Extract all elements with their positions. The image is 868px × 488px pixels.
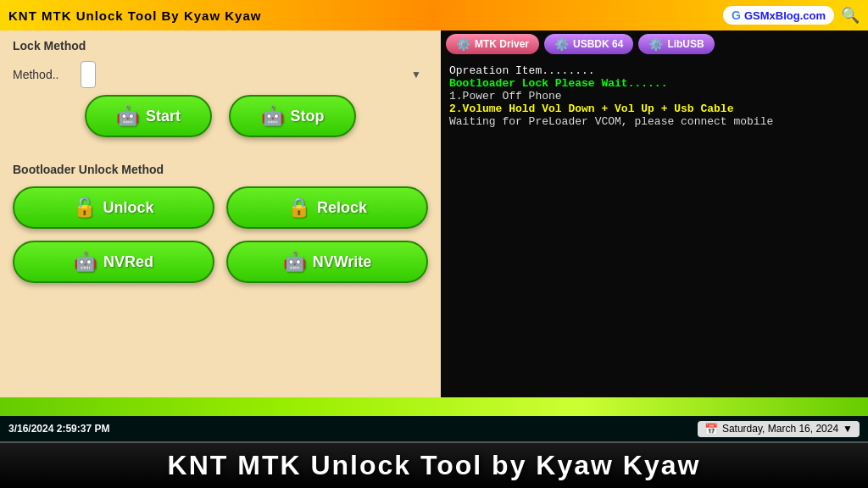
big-title-bar: KNT MTK Unlock Tool by Kyaw Kyaw bbox=[0, 441, 868, 488]
console-line-5: Waiting for PreLoader VCOM, please conne… bbox=[449, 115, 860, 128]
start-icon: 🤖 bbox=[116, 105, 139, 127]
tab-usbdk64[interactable]: ⚙️ USBDK 64 bbox=[544, 34, 633, 54]
status-bar bbox=[0, 397, 868, 416]
bootloader-grid: 🔓 Unlock 🔒 Relock 🤖 NVRed 🤖 NVWrite bbox=[13, 186, 428, 283]
site-name: GSMxBlog.com bbox=[744, 9, 826, 22]
stop-label: Stop bbox=[291, 108, 325, 125]
stop-button[interactable]: 🤖 Stop bbox=[229, 95, 356, 137]
relock-label: Relock bbox=[317, 199, 367, 217]
dropdown-chevron-icon: ▼ bbox=[843, 423, 853, 435]
start-button[interactable]: 🤖 Start bbox=[85, 95, 212, 137]
timestamp: 3/16/2024 2:59:37 PM bbox=[8, 423, 109, 435]
app-title: KNT MTK Unlock Tool By Kyaw Kyaw bbox=[8, 8, 261, 23]
bootloader-title: Bootloader Unlock Method bbox=[13, 163, 428, 176]
left-panel: Lock Method Method.. 🤖 Start bbox=[0, 30, 441, 397]
bootloader-section: Bootloader Unlock Method 🔓 Unlock 🔒 Relo… bbox=[13, 163, 428, 283]
tab-mtk-driver-label: MTK Driver bbox=[475, 38, 529, 50]
console-line-3: 1.Power Off Phone bbox=[449, 90, 860, 103]
gsmblog-badge[interactable]: G GSMxBlog.com bbox=[723, 6, 834, 25]
stop-icon: 🤖 bbox=[261, 105, 284, 127]
big-title-text: KNT MTK Unlock Tool by Kyaw Kyaw bbox=[168, 450, 701, 480]
calendar-icon: 📅 bbox=[704, 423, 718, 435]
tab-libusb-icon: ⚙️ bbox=[648, 37, 663, 51]
unlock-label: Unlock bbox=[103, 199, 153, 217]
method-select-wrapper bbox=[81, 61, 428, 88]
lock-method-title: Lock Method bbox=[13, 39, 428, 53]
footer: 3/16/2024 2:59:37 PM 📅 Saturday, March 1… bbox=[0, 416, 868, 441]
tab-mtk-driver[interactable]: ⚙️ MTK Driver bbox=[446, 34, 539, 54]
console-area: Opreation Item........ Bootloader Lock P… bbox=[441, 58, 868, 397]
nvwrite-label: NVWrite bbox=[313, 253, 372, 271]
relock-icon: 🔒 bbox=[287, 197, 310, 219]
lock-method-section: Lock Method Method.. 🤖 Start bbox=[13, 39, 428, 151]
method-select[interactable] bbox=[81, 61, 96, 88]
nvwrite-button[interactable]: 🤖 NVWrite bbox=[226, 241, 428, 283]
start-stop-row: 🤖 Start 🤖 Stop bbox=[13, 95, 428, 137]
footer-date[interactable]: 📅 Saturday, March 16, 2024 ▼ bbox=[698, 421, 860, 437]
title-bar-right: G GSMxBlog.com 🔍 bbox=[723, 6, 860, 25]
tab-usbdk64-icon: ⚙️ bbox=[554, 37, 569, 51]
nvred-icon: 🤖 bbox=[74, 251, 97, 273]
tab-libusb[interactable]: ⚙️ LibUSB bbox=[638, 34, 714, 54]
tabs-bar: ⚙️ MTK Driver ⚙️ USBDK 64 ⚙️ LibUSB bbox=[441, 30, 868, 58]
unlock-button[interactable]: 🔓 Unlock bbox=[13, 186, 214, 229]
title-bar: KNT MTK Unlock Tool By Kyaw Kyaw G GSMxB… bbox=[0, 0, 868, 30]
tab-libusb-label: LibUSB bbox=[667, 38, 704, 50]
right-panel: ⚙️ MTK Driver ⚙️ USBDK 64 ⚙️ LibUSB Opre… bbox=[441, 30, 868, 397]
console-line-1: Opreation Item........ bbox=[449, 64, 860, 77]
nvred-button[interactable]: 🤖 NVRed bbox=[13, 241, 214, 283]
unlock-icon: 🔓 bbox=[73, 197, 96, 219]
console-line-2: Bootloader Lock Please Wait...... bbox=[449, 77, 860, 90]
relock-button[interactable]: 🔒 Relock bbox=[226, 186, 428, 229]
search-button[interactable]: 🔍 bbox=[841, 6, 860, 25]
tab-mtk-driver-icon: ⚙️ bbox=[456, 37, 470, 51]
console-line-4: 2.Volume Hold Vol Down + Vol Up + Usb Ca… bbox=[449, 103, 860, 115]
tab-usbdk64-label: USBDK 64 bbox=[573, 38, 623, 50]
content-area: Lock Method Method.. 🤖 Start bbox=[0, 30, 868, 397]
google-g-icon: G bbox=[732, 8, 741, 22]
method-label: Method.. bbox=[13, 68, 72, 81]
nvwrite-icon: 🤖 bbox=[283, 251, 306, 273]
method-row: Method.. bbox=[13, 61, 428, 88]
start-label: Start bbox=[146, 108, 181, 125]
date-text: Saturday, March 16, 2024 bbox=[722, 423, 838, 435]
nvred-label: NVRed bbox=[103, 253, 153, 271]
main-container: KNT MTK Unlock Tool By Kyaw Kyaw G GSMxB… bbox=[0, 0, 868, 488]
